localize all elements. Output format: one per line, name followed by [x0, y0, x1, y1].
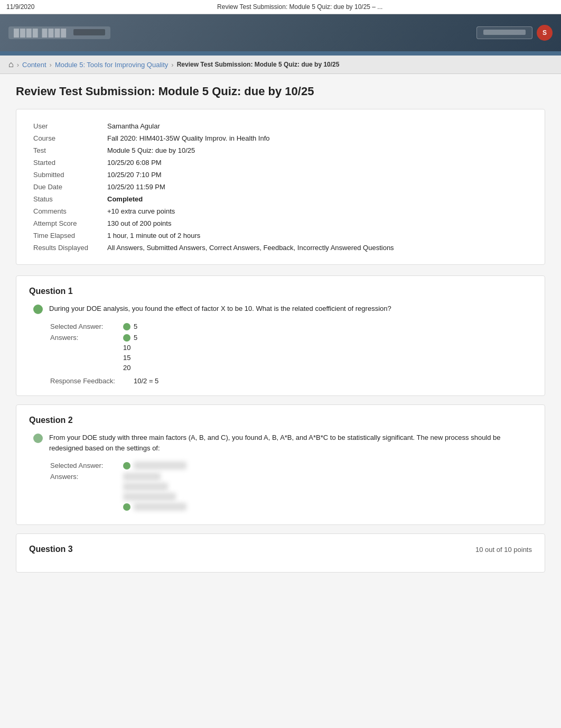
submission-info-card: User Samantha Agular Course Fall 2020: H… — [16, 109, 545, 265]
started-value: 10/25/20 6:08 PM — [103, 156, 532, 169]
due-date-label: Due Date — [29, 181, 103, 193]
question-2-indicator — [33, 434, 43, 443]
user-menu-button[interactable] — [476, 26, 532, 39]
q2-answer-value-4: Apply A*B*C only — [134, 503, 186, 511]
course-label: Course — [29, 132, 103, 144]
due-date-value: 10/25/20 11:59 PM — [103, 181, 532, 193]
info-row-comments: Comments +10 extra curve points — [29, 205, 532, 217]
q2-correct-dot — [123, 462, 130, 469]
submitted-value: 10/25/20 7:10 PM — [103, 169, 532, 181]
selected-answer-label: Selected Answer: — [50, 322, 119, 330]
q2-answers-label: Answers: — [50, 473, 119, 481]
info-row-course: Course Fall 2020: HIM401-35W Quality Imp… — [29, 132, 532, 144]
browser-title: Review Test Submission: Module 5 Quiz: d… — [45, 3, 555, 11]
user-label: User — [29, 120, 103, 132]
correct-indicator — [123, 323, 130, 330]
breadcrumb-sep-2: › — [50, 61, 52, 69]
q2-answer-options: Apply A only Apply A*B only Apply A*B*C … — [123, 473, 186, 511]
correct-dot-1 — [123, 334, 130, 342]
answer-option-3: 15 — [123, 354, 137, 362]
info-row-results-displayed: Results Displayed All Answers, Submitted… — [29, 242, 532, 254]
answer-option-1: 5 — [123, 334, 137, 342]
attempt-score-label: Attempt Score — [29, 217, 103, 229]
site-logo: ████ ████ — [8, 26, 110, 39]
q2-answer-value-2: Apply A*B only — [123, 483, 168, 491]
avatar: S — [537, 25, 553, 41]
browser-date: 11/9/2020 — [6, 3, 34, 11]
answer-value-1: 5 — [134, 334, 137, 342]
course-value: Fall 2020: HIM401-35W Quality Improv. in… — [103, 132, 532, 144]
q2-answer-3: Apply A*B*C only — [123, 493, 186, 501]
breadcrumb-sep-1: › — [17, 61, 19, 69]
question-2-header: Question 2 — [29, 416, 532, 425]
time-elapsed-label: Time Elapsed — [29, 229, 103, 242]
header-right: S — [476, 25, 553, 41]
main-content: Review Test Submission: Module 5 Quiz: d… — [0, 74, 561, 728]
question-2-text: From your DOE study with three main fact… — [49, 432, 532, 453]
question-2-answers: Selected Answer: Apply A*B*C only Answer… — [29, 462, 532, 511]
answers-label: Answers: — [50, 334, 119, 342]
question-1-title: Question 1 — [29, 287, 73, 296]
selected-answer-value: 5 — [134, 322, 137, 330]
test-label: Test — [29, 144, 103, 156]
info-row-due-date: Due Date 10/25/20 11:59 PM — [29, 181, 532, 193]
answer-options: 5 10 15 20 — [123, 334, 137, 372]
question-1-block: Question 1 During your DOE analysis, you… — [16, 275, 545, 396]
answer-value-2: 10 — [123, 344, 130, 352]
q2-selected-answer-row: Selected Answer: Apply A*B*C only — [50, 462, 532, 469]
submission-info-table: User Samantha Agular Course Fall 2020: H… — [29, 120, 532, 254]
breadcrumb-content[interactable]: Content — [22, 61, 46, 69]
info-row-attempt-score: Attempt Score 130 out of 200 points — [29, 217, 532, 229]
info-row-test: Test Module 5 Quiz: due by 10/25 — [29, 144, 532, 156]
nav-secondary — [0, 51, 561, 56]
question-3-block: Question 3 10 out of 10 points — [16, 533, 545, 573]
info-row-submitted: Submitted 10/25/20 7:10 PM — [29, 169, 532, 181]
status-value: Completed — [103, 193, 532, 205]
feedback-label: Response Feedback: — [50, 377, 129, 385]
breadcrumb-sep-3: › — [171, 61, 173, 69]
info-row-time-elapsed: Time Elapsed 1 hour, 1 minute out of 2 h… — [29, 229, 532, 242]
results-displayed-value: All Answers, Submitted Answers, Correct … — [103, 242, 532, 254]
answer-value-3: 15 — [123, 354, 130, 362]
results-displayed-label: Results Displayed — [29, 242, 103, 254]
info-row-status: Status Completed — [29, 193, 532, 205]
breadcrumb-current: Review Test Submission: Module 5 Quiz: d… — [177, 61, 340, 68]
selected-value-wrapper: 5 — [123, 322, 137, 330]
answer-value-4: 20 — [123, 364, 130, 372]
answers-row: Answers: 5 10 15 20 — [50, 334, 532, 372]
question-1-header: Question 1 — [29, 287, 532, 296]
feedback-content: 10/2 = 5 — [134, 377, 158, 385]
breadcrumb: ⌂ › Content › Module 5: Tools for Improv… — [0, 56, 561, 74]
question-1-text: During your DOE analysis, you found the … — [49, 303, 391, 314]
info-row-user: User Samantha Agular — [29, 120, 532, 132]
user-value: Samantha Agular — [103, 120, 532, 132]
submitted-label: Submitted — [29, 169, 103, 181]
question-2-block: Question 2 From your DOE study with thre… — [16, 404, 545, 525]
status-label: Status — [29, 193, 103, 205]
home-icon[interactable]: ⌂ — [8, 60, 14, 69]
attempt-score-value: 130 out of 200 points — [103, 217, 532, 229]
q2-correct-dot-4 — [123, 503, 130, 511]
q2-selected-blurred: Apply A*B*C only — [134, 462, 186, 469]
q2-answers-row: Answers: Apply A only Apply A*B only App… — [50, 473, 532, 511]
answer-option-4: 20 — [123, 364, 137, 372]
page-title: Review Test Submission: Module 5 Quiz: d… — [16, 85, 545, 98]
info-row-started: Started 10/25/20 6:08 PM — [29, 156, 532, 169]
logo-block: ████ ████ — [8, 26, 110, 39]
q2-answer-value-3: Apply A*B*C only — [123, 493, 176, 501]
q2-answer-value-1: Apply A only — [123, 473, 161, 481]
question-1-body: During your DOE analysis, you found the … — [29, 303, 532, 314]
question-2-title: Question 2 — [29, 416, 73, 425]
logo-text: ████ ████ — [14, 29, 67, 37]
q2-answer-1: Apply A only — [123, 473, 186, 481]
question-2-body: From your DOE study with three main fact… — [29, 432, 532, 453]
comments-value: +10 extra curve points — [103, 205, 532, 217]
site-header: ████ ████ S — [0, 14, 561, 51]
time-elapsed-value: 1 hour, 1 minute out of 2 hours — [103, 229, 532, 242]
breadcrumb-module[interactable]: Module 5: Tools for Improving Quality — [55, 61, 168, 69]
q2-selected-label: Selected Answer: — [50, 462, 119, 469]
question-3-title: Question 3 — [29, 545, 73, 554]
started-label: Started — [29, 156, 103, 169]
comments-label: Comments — [29, 205, 103, 217]
q2-answer-4: Apply A*B*C only — [123, 503, 186, 511]
